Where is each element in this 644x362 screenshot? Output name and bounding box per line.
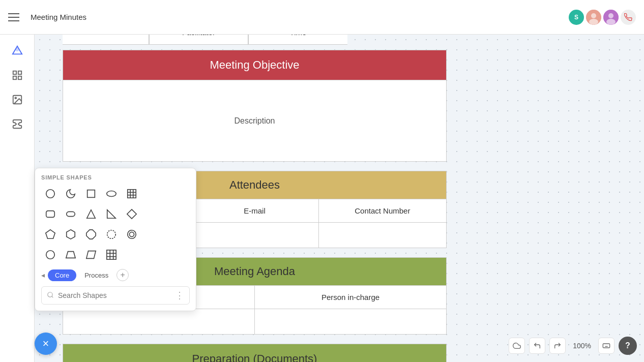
- svg-rect-11: [18, 76, 21, 79]
- shape-circle[interactable]: [41, 185, 60, 203]
- attendee-contact-1[interactable]: [319, 223, 446, 248]
- avatar-s[interactable]: S: [569, 10, 584, 25]
- prep-header: Preparation (Documents): [63, 344, 447, 362]
- shape-circle-4[interactable]: [41, 246, 60, 264]
- person-incharge-col: Person in-charge: [255, 286, 446, 309]
- shapes-tool[interactable]: [7, 41, 27, 61]
- svg-rect-10: [13, 76, 16, 79]
- agenda-person-1[interactable]: [255, 309, 446, 334]
- svg-point-13: [15, 97, 16, 99]
- svg-marker-29: [86, 230, 96, 239]
- shape-parallelogram[interactable]: [82, 246, 100, 264]
- search-shapes-input[interactable]: [58, 291, 171, 299]
- svg-rect-22: [46, 211, 55, 218]
- image-tool[interactable]: [7, 89, 27, 110]
- shape-right-triangle[interactable]: [102, 205, 121, 223]
- shape-circle-2[interactable]: [102, 225, 121, 244]
- svg-marker-27: [46, 230, 55, 238]
- svg-rect-36: [107, 250, 116, 259]
- time-header: Time: [248, 35, 347, 45]
- email-col: E-mail: [191, 199, 318, 222]
- close-fab-button[interactable]: ×: [35, 333, 57, 355]
- grid-tool[interactable]: [7, 65, 27, 85]
- tab-back-icon[interactable]: ◂: [41, 271, 45, 279]
- svg-point-4: [608, 13, 613, 18]
- svg-point-1: [591, 13, 596, 18]
- objective-block: Meeting Objective Description: [63, 50, 447, 162]
- svg-point-16: [107, 191, 116, 197]
- shape-rounded-rect[interactable]: [41, 205, 60, 223]
- shapes-panel: Simple Shapes ◂ Core Process +: [35, 168, 196, 311]
- avatar-1[interactable]: [586, 10, 601, 25]
- contact-col: Contact Number: [319, 199, 446, 222]
- bottom-bar: 100% ?: [509, 337, 637, 355]
- svg-marker-34: [66, 252, 75, 258]
- call-button[interactable]: [621, 10, 636, 25]
- shape-triangle[interactable]: [82, 205, 100, 223]
- shape-table[interactable]: [123, 185, 141, 203]
- shape-circle-3[interactable]: [123, 225, 141, 244]
- avatar-group: S: [569, 10, 636, 25]
- agenda-data-row-1: [63, 309, 446, 334]
- doc-title: Meeting Minutes: [31, 13, 86, 21]
- svg-point-32: [129, 232, 134, 236]
- undo-button[interactable]: [529, 338, 545, 354]
- svg-marker-35: [86, 251, 96, 259]
- zoom-level: 100%: [570, 342, 594, 350]
- svg-rect-8: [13, 71, 16, 74]
- avatar-2[interactable]: [603, 10, 619, 25]
- help-button[interactable]: ?: [619, 337, 637, 355]
- attendee-email-1[interactable]: [191, 223, 318, 248]
- svg-point-41: [48, 292, 52, 296]
- svg-marker-25: [107, 210, 116, 219]
- agenda-action-1[interactable]: [63, 309, 255, 334]
- shape-rounded-rect-2[interactable]: [62, 205, 80, 223]
- shape-crescent[interactable]: [62, 185, 80, 203]
- left-sidebar: [0, 35, 35, 362]
- shape-square[interactable]: [82, 185, 100, 203]
- shape-grid[interactable]: [102, 246, 121, 264]
- shape-ellipse[interactable]: [102, 185, 121, 203]
- prep-block: Preparation (Documents): [63, 344, 447, 362]
- shape-diamond[interactable]: [123, 205, 141, 223]
- tab-core[interactable]: Core: [48, 269, 76, 281]
- redo-button[interactable]: [549, 338, 566, 354]
- search-row: ⋮: [41, 286, 190, 305]
- facilitator-header: Facilitator: [149, 35, 248, 45]
- svg-point-7: [16, 48, 19, 51]
- svg-rect-23: [67, 212, 75, 216]
- objective-header: Meeting Objective: [63, 50, 446, 80]
- shape-octagon[interactable]: [82, 225, 100, 244]
- search-icon: [47, 291, 54, 300]
- shapes-section-label: Simple Shapes: [41, 174, 190, 180]
- tab-add-button[interactable]: +: [116, 269, 129, 281]
- svg-point-30: [107, 230, 116, 239]
- topbar: Meeting Minutes S: [0, 0, 644, 35]
- objective-description: Description: [234, 116, 275, 126]
- svg-line-42: [52, 296, 53, 297]
- svg-rect-43: [603, 344, 609, 348]
- shapes-grid: [41, 185, 190, 264]
- draw-tool[interactable]: [7, 114, 27, 134]
- shape-hexagon[interactable]: [62, 225, 80, 244]
- svg-marker-28: [67, 230, 75, 239]
- shape-pentagon[interactable]: [41, 225, 60, 244]
- keyboard-button[interactable]: [598, 338, 614, 354]
- tab-process[interactable]: Process: [79, 269, 113, 281]
- svg-point-14: [46, 190, 55, 198]
- svg-rect-9: [18, 71, 21, 74]
- table-partial-header: Facilitator Time: [63, 35, 480, 45]
- svg-rect-17: [128, 190, 136, 198]
- cloud-save-button[interactable]: [509, 338, 525, 354]
- svg-point-5: [606, 19, 616, 25]
- objective-body[interactable]: Description: [63, 80, 446, 161]
- tab-row: ◂ Core Process +: [41, 269, 190, 281]
- search-more-icon[interactable]: ⋮: [175, 290, 184, 301]
- svg-marker-26: [127, 209, 136, 219]
- shape-trapezoid[interactable]: [62, 246, 80, 264]
- svg-point-33: [46, 251, 55, 259]
- svg-marker-24: [87, 210, 96, 219]
- svg-point-2: [589, 19, 598, 25]
- svg-rect-15: [87, 190, 95, 198]
- menu-button[interactable]: [8, 9, 24, 25]
